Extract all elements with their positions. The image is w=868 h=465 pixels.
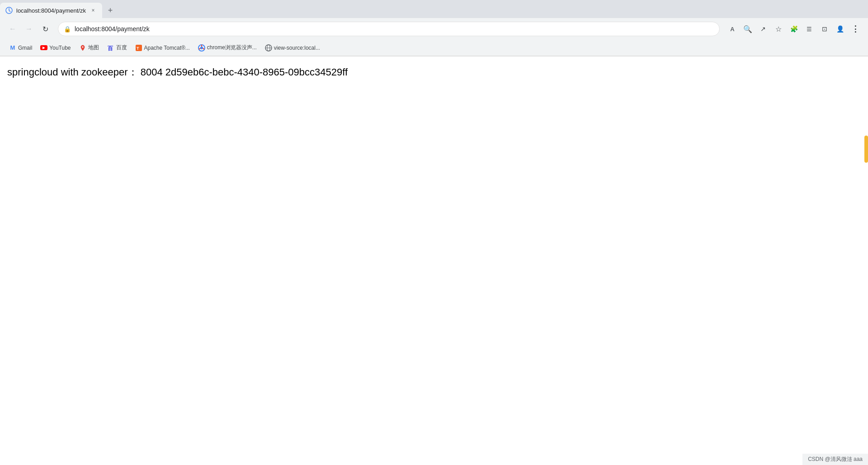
bookmark-youtube-label: YouTube <box>49 45 71 51</box>
extensions-button[interactable]: 🧩 <box>787 22 801 36</box>
chrome-icon <box>198 44 205 52</box>
svg-point-1 <box>82 46 83 47</box>
youtube-icon <box>40 44 47 52</box>
reload-button[interactable]: ↻ <box>38 22 52 36</box>
bookmark-tomcat[interactable]: T Apache Tomcat®... <box>132 42 193 54</box>
bookmark-baidu[interactable]: 百 百度 <box>104 42 131 54</box>
browser-chrome: localhost:8004/payment/zk × + ← → ↻ 🔒 lo… <box>0 0 868 56</box>
new-tab-button[interactable]: + <box>104 4 117 17</box>
bookmark-tomcat-label: Apache Tomcat®... <box>144 45 190 51</box>
svg-text:T: T <box>137 46 139 51</box>
bookmark-maps[interactable]: 地图 <box>75 42 103 54</box>
account-button[interactable]: 👤 <box>833 22 847 36</box>
bookmark-maps-label: 地图 <box>88 44 99 52</box>
bookmark-chrome-label: chrome浏览器没声... <box>207 44 257 52</box>
bookmark-baidu-label: 百度 <box>116 44 127 52</box>
baidu-icon: 百 <box>107 44 114 52</box>
active-tab[interactable]: localhost:8004/payment/zk × <box>0 3 102 18</box>
tab-favicon <box>5 7 13 14</box>
svg-point-6 <box>200 47 203 49</box>
forward-button[interactable]: → <box>22 22 36 36</box>
bookmark-youtube[interactable]: YouTube <box>37 42 74 54</box>
security-icon: 🔒 <box>64 26 71 33</box>
bookmark-gmail[interactable]: M Gmail <box>5 42 36 54</box>
bookmark-chrome-settings[interactable]: chrome浏览器没声... <box>194 42 260 54</box>
zoom-button[interactable]: 🔍 <box>741 22 755 36</box>
page-content: springcloud with zookeeper： 8004 2d59eb6… <box>0 56 868 88</box>
tab-bar: localhost:8004/payment/zk × + <box>0 0 868 18</box>
back-button[interactable]: ← <box>5 22 20 36</box>
bookmark-view-source-label: view-source:local... <box>274 45 320 51</box>
extensions-menu-button[interactable]: ☰ <box>802 22 816 36</box>
nav-bar: ← → ↻ 🔒 localhost:8004/payment/zk A 🔍 ↗ … <box>0 18 868 40</box>
split-view-button[interactable]: ⊡ <box>817 22 832 36</box>
tomcat-icon: T <box>135 44 142 52</box>
translate-button[interactable]: A <box>725 22 740 36</box>
svg-text:百: 百 <box>108 45 113 52</box>
bottom-bar-text: CSDN @清风微涟 aaa <box>808 456 863 462</box>
maps-icon <box>79 44 86 52</box>
menu-button[interactable]: ⋮ <box>848 22 863 36</box>
tab-close-button[interactable]: × <box>90 7 97 14</box>
bookmarks-bar: M Gmail YouTube 地图 <box>0 40 868 56</box>
bookmark-gmail-label: Gmail <box>18 45 32 51</box>
share-button[interactable]: ↗ <box>756 22 770 36</box>
address-text: localhost:8004/payment/zk <box>75 25 714 33</box>
address-bar-container: 🔒 localhost:8004/payment/zk <box>58 22 720 36</box>
gmail-icon: M <box>9 44 16 52</box>
scrollbar-indicator[interactable] <box>864 136 868 163</box>
address-bar[interactable]: 🔒 localhost:8004/payment/zk <box>58 22 720 36</box>
web-icon <box>265 44 272 52</box>
page-main-text: springcloud with zookeeper： 8004 2d59eb6… <box>7 66 861 79</box>
bookmark-view-source[interactable]: view-source:local... <box>261 42 324 54</box>
bottom-bar: CSDN @清风微涟 aaa <box>802 454 868 465</box>
tab-title: localhost:8004/payment/zk <box>16 7 86 14</box>
bookmark-button[interactable]: ☆ <box>771 22 786 36</box>
nav-actions: A 🔍 ↗ ☆ 🧩 ☰ ⊡ 👤 ⋮ <box>725 22 863 36</box>
